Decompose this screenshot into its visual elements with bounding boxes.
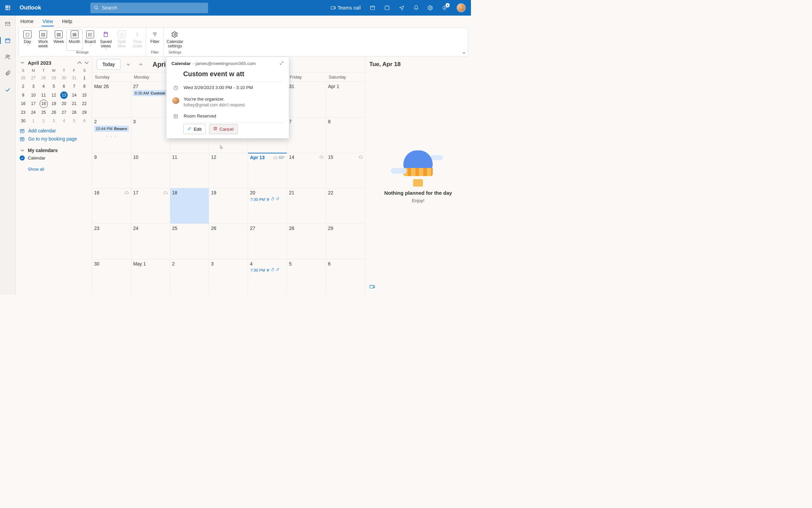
calendar-event[interactable]: 7:30 PM V	[250, 268, 285, 273]
mini-next-icon[interactable]	[84, 60, 89, 65]
day-cell[interactable]: Apr 1	[326, 82, 365, 117]
rail-people-icon[interactable]	[3, 52, 12, 61]
ribbon-collapse-icon[interactable]	[462, 28, 468, 56]
mini-day[interactable]: 10	[30, 91, 37, 99]
chevron-down-icon[interactable]	[20, 60, 25, 65]
day-cell[interactable]: 28	[287, 224, 326, 259]
mini-prev-icon[interactable]	[77, 60, 82, 65]
edit-button[interactable]: Edit	[183, 124, 206, 134]
mini-day[interactable]: 3	[50, 117, 58, 125]
mini-day[interactable]: 14	[70, 91, 78, 99]
day-cell[interactable]: 210:44 PM Reserv. . .	[92, 117, 131, 153]
mini-day[interactable]: 29	[81, 109, 88, 116]
rail-mail-icon[interactable]	[3, 20, 12, 28]
tips-icon[interactable]	[399, 5, 404, 10]
tab-view[interactable]: View	[42, 17, 54, 26]
meet-now-icon[interactable]	[370, 5, 375, 10]
mini-day[interactable]: 12	[50, 91, 58, 99]
calendar-checkbox[interactable]: Calendar	[20, 155, 90, 161]
mini-day[interactable]: 19	[50, 100, 58, 107]
rail-files-icon[interactable]	[3, 69, 12, 78]
mini-day[interactable]: 30	[19, 117, 27, 125]
mini-day[interactable]: 25	[40, 109, 47, 116]
app-launcher-button[interactable]	[2, 5, 14, 10]
mini-day[interactable]: 23	[19, 109, 27, 116]
view-week-button[interactable]: Week	[51, 30, 67, 50]
day-cell[interactable]: 47:30 PM V	[248, 259, 287, 295]
calendar-event[interactable]: 7:30 PM V	[250, 197, 285, 202]
view-work-week-button[interactable]: Work week	[35, 30, 51, 50]
day-cell[interactable]: Mar 26	[92, 82, 131, 117]
mini-day[interactable]: 4	[40, 83, 47, 90]
day-cell[interactable]: 6	[326, 259, 365, 295]
mini-day[interactable]: 26	[19, 74, 27, 82]
day-cell[interactable]: 7	[287, 117, 326, 153]
today-button[interactable]: Today	[97, 59, 120, 70]
tab-help[interactable]: Help	[61, 17, 73, 26]
mini-day[interactable]: 30	[60, 74, 68, 82]
mini-day[interactable]: 11	[40, 91, 47, 99]
mini-day[interactable]: 4	[60, 117, 68, 125]
day-cell[interactable]: 24	[131, 224, 170, 259]
my-calendars-header[interactable]: My calendars	[20, 148, 90, 153]
day-cell[interactable]: 23	[92, 224, 131, 259]
calendar-event[interactable]: 10:44 PM Reserv	[94, 126, 129, 132]
expand-icon[interactable]	[279, 61, 284, 66]
day-cell[interactable]: 10	[131, 153, 170, 188]
day-cell[interactable]: 27	[248, 224, 287, 259]
mini-calendar[interactable]: SMTWTFS262728293031123456789101112131415…	[18, 67, 89, 125]
search-input[interactable]: Search	[90, 3, 208, 13]
mini-day[interactable]: 27	[60, 109, 68, 116]
teams-call-button[interactable]: Teams call	[331, 5, 361, 10]
day-cell[interactable]: 17	[131, 188, 170, 224]
mini-day[interactable]: 5	[50, 83, 58, 90]
day-cell[interactable]: 9	[92, 153, 131, 188]
mini-day[interactable]: 1	[30, 117, 37, 125]
mini-day[interactable]: 16	[19, 100, 27, 107]
day-cell[interactable]: 30	[92, 259, 131, 295]
mini-day[interactable]: 26	[50, 109, 58, 116]
rail-todo-icon[interactable]	[3, 86, 12, 94]
mini-day[interactable]: 27	[30, 74, 37, 82]
day-cell[interactable]: 207:30 PM V	[248, 188, 287, 224]
mini-day[interactable]: 17	[30, 100, 37, 107]
my-day-icon[interactable]	[384, 5, 390, 10]
view-day-button[interactable]: Day	[20, 30, 35, 50]
day-cell[interactable]: 29	[326, 224, 365, 259]
mini-day[interactable]: 5	[70, 117, 78, 125]
show-all-link[interactable]: Show all	[28, 167, 89, 172]
day-cell[interactable]: 278:30 AM Custom	[131, 82, 170, 117]
mini-day[interactable]: 8	[81, 83, 88, 90]
day-cell[interactable]: 15	[326, 153, 365, 188]
cancel-button[interactable]: Cancel	[209, 124, 238, 134]
mini-day[interactable]: 22	[81, 100, 88, 107]
account-avatar[interactable]	[457, 3, 466, 12]
day-cell[interactable]: 8	[326, 117, 365, 153]
day-cell[interactable]: 11	[170, 153, 209, 188]
mini-day[interactable]: 29	[50, 74, 58, 82]
day-cell[interactable]: 14	[287, 153, 326, 188]
more-events-icon[interactable]: . . .	[94, 132, 129, 137]
mini-day[interactable]: 1	[81, 74, 88, 82]
view-board-button[interactable]: Board	[82, 30, 98, 50]
day-cell[interactable]: 3	[131, 117, 170, 153]
mini-day[interactable]: 24	[30, 109, 37, 116]
tab-home[interactable]: Home	[20, 17, 34, 26]
mini-day[interactable]: 28	[40, 74, 47, 82]
agenda-footer-icon[interactable]	[369, 284, 375, 291]
day-cell[interactable]: May 1	[131, 259, 170, 295]
day-cell[interactable]: 5	[287, 259, 326, 295]
mini-day[interactable]: 2	[40, 117, 47, 125]
mini-day[interactable]: 28	[70, 109, 78, 116]
mini-day[interactable]: 20	[60, 100, 68, 107]
add-calendar-link[interactable]: Add calendar	[20, 128, 90, 133]
day-cell[interactable]: 26	[209, 224, 248, 259]
view-month-button[interactable]: Month	[67, 30, 82, 50]
calendar-settings-button[interactable]: Calendar settings	[165, 30, 185, 48]
mini-day[interactable]: 18	[40, 100, 47, 107]
day-cell[interactable]: 25	[170, 224, 209, 259]
mini-day[interactable]: 15	[81, 91, 88, 99]
whats-new-icon[interactable]: 4	[442, 5, 448, 10]
day-cell[interactable]: 18	[170, 188, 209, 224]
day-cell[interactable]: Apr 1350°	[248, 153, 287, 188]
